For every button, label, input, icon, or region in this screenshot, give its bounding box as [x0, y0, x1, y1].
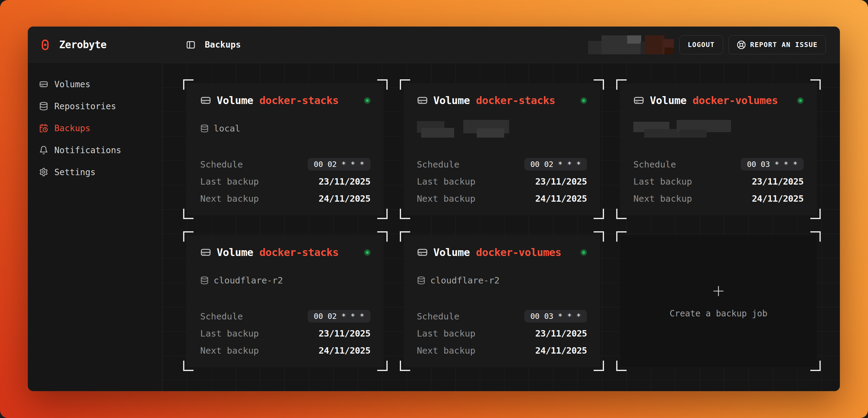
sidebar-item-backups[interactable]: Backups [28, 117, 162, 139]
repository-row: cloudflare-r2 [200, 272, 371, 289]
report-issue-button[interactable]: REPORT AN ISSUE [728, 35, 826, 54]
corner-bracket [594, 231, 604, 242]
repository-row: cloudflare-r2 [417, 272, 587, 289]
repository-name: cloudflare-r2 [214, 275, 283, 286]
header-main: Backups [162, 40, 588, 50]
schedule-label: Schedule [200, 159, 243, 170]
last-backup-date: 23/11/2025 [319, 176, 371, 187]
sidebar-item-label: Settings [54, 167, 96, 177]
status-indicator [797, 97, 804, 104]
corner-bracket [400, 361, 410, 371]
sidebar-item-label: Volumes [54, 79, 90, 89]
volume-name: docker-stacks [259, 246, 339, 258]
status-indicator [364, 249, 371, 256]
card-title: Volumedocker-stacks [217, 246, 338, 258]
backup-job-card[interactable]: Volumedocker-stacks cloudflare-r2 Schedu… [183, 231, 388, 371]
backup-job-card[interactable]: Volumedocker-stacks [400, 79, 604, 219]
last-backup-label: Last backup [417, 328, 475, 339]
card-title: Volumedocker-volumes [433, 246, 561, 258]
calendar-clock-icon [39, 124, 48, 133]
next-backup-date: 24/11/2025 [752, 193, 804, 204]
corner-bracket [183, 79, 193, 90]
zerobyte-logo-icon [39, 39, 51, 51]
schedule-cron-value: 00 02 * * * [524, 158, 587, 170]
create-backup-job-label: Create a backup job [670, 309, 767, 319]
schedule-cron-value: 00 02 * * * [308, 310, 371, 322]
sidebar-item-notifications[interactable]: Notifications [28, 139, 162, 161]
corner-bracket [400, 79, 410, 90]
logout-button[interactable]: LOGOUT [679, 35, 723, 54]
repository-name: local [214, 123, 240, 134]
corner-bracket [400, 209, 410, 219]
last-backup-date: 23/11/2025 [752, 176, 804, 187]
hard-drive-icon [200, 95, 211, 106]
backup-job-card[interactable]: Volumedocker-volumes cloudflare-r2 Sched… [400, 231, 604, 371]
next-backup-label: Next backup [417, 345, 475, 356]
card-title: Volumedocker-stacks [217, 94, 338, 106]
corner-bracket [616, 231, 627, 242]
hard-drive-icon [417, 247, 428, 258]
card-title: Volumedocker-stacks [433, 94, 555, 106]
card-title: Volumedocker-volumes [650, 94, 778, 106]
schedule-label: Schedule [417, 311, 460, 322]
schedule-cron-value: 00 03 * * * [524, 310, 587, 322]
gear-icon [39, 167, 48, 176]
panel-left-toggle-icon[interactable] [186, 40, 196, 50]
sidebar-item-settings[interactable]: Settings [28, 161, 162, 183]
schedule-label: Schedule [200, 311, 243, 322]
next-backup-date: 24/11/2025 [535, 345, 587, 356]
desktop-background: Zerobyte Backups LO [0, 0, 868, 418]
database-icon [200, 276, 209, 285]
app-body: Volumes Repositories Backups [28, 63, 840, 391]
corner-bracket [377, 361, 388, 371]
backups-main-area: Volumedocker-stacks local Schedule00 02 … [162, 63, 840, 391]
header-actions: LOGOUT REPORT AN ISSUE [588, 35, 840, 54]
hard-drive-icon [417, 95, 428, 106]
database-icon [39, 102, 48, 111]
corner-bracket [377, 209, 388, 219]
corner-bracket [183, 361, 193, 371]
sidebar-item-label: Notifications [54, 145, 121, 155]
redacted-repository [417, 120, 587, 138]
backup-job-card[interactable]: Volumedocker-volumes [616, 79, 821, 219]
hard-drive-icon [633, 95, 644, 106]
sidebar-item-repositories[interactable]: Repositories [28, 95, 162, 117]
life-buoy-icon [737, 40, 746, 50]
page-title: Backups [205, 40, 241, 50]
corner-bracket [810, 361, 821, 371]
sidebar: Volumes Repositories Backups [28, 63, 162, 391]
corner-bracket [183, 209, 193, 219]
corner-bracket [594, 79, 604, 90]
sidebar-item-volumes[interactable]: Volumes [28, 73, 162, 95]
corner-bracket [594, 209, 604, 219]
report-issue-label: REPORT AN ISSUE [750, 41, 818, 49]
hard-drive-icon [39, 79, 48, 89]
corner-bracket [183, 231, 193, 242]
last-backup-label: Last backup [200, 328, 259, 339]
next-backup-label: Next backup [200, 193, 259, 204]
schedule-cron-value: 00 02 * * * [308, 158, 371, 170]
next-backup-date: 24/11/2025 [535, 193, 587, 204]
last-backup-label: Last backup [633, 176, 692, 187]
last-backup-date: 23/11/2025 [319, 328, 371, 339]
status-indicator [581, 97, 587, 104]
corner-bracket [810, 209, 821, 219]
corner-bracket [594, 361, 604, 371]
repository-row [417, 120, 587, 138]
repository-name: cloudflare-r2 [430, 275, 500, 286]
corner-bracket [810, 79, 821, 90]
volume-name: docker-volumes [476, 246, 561, 258]
database-icon [200, 124, 209, 133]
next-backup-label: Next backup [633, 193, 692, 204]
plus-icon [711, 284, 725, 298]
create-backup-job-card[interactable]: Create a backup job [616, 231, 821, 371]
backup-job-card[interactable]: Volumedocker-stacks local Schedule00 02 … [183, 79, 388, 219]
next-backup-date: 24/11/2025 [319, 193, 371, 204]
corner-bracket [377, 79, 388, 90]
status-indicator [364, 97, 371, 104]
app-name: Zerobyte [59, 39, 106, 51]
next-backup-date: 24/11/2025 [319, 345, 371, 356]
schedule-label: Schedule [633, 159, 676, 170]
volume-name: docker-stacks [259, 94, 339, 106]
next-backup-label: Next backup [417, 193, 475, 204]
